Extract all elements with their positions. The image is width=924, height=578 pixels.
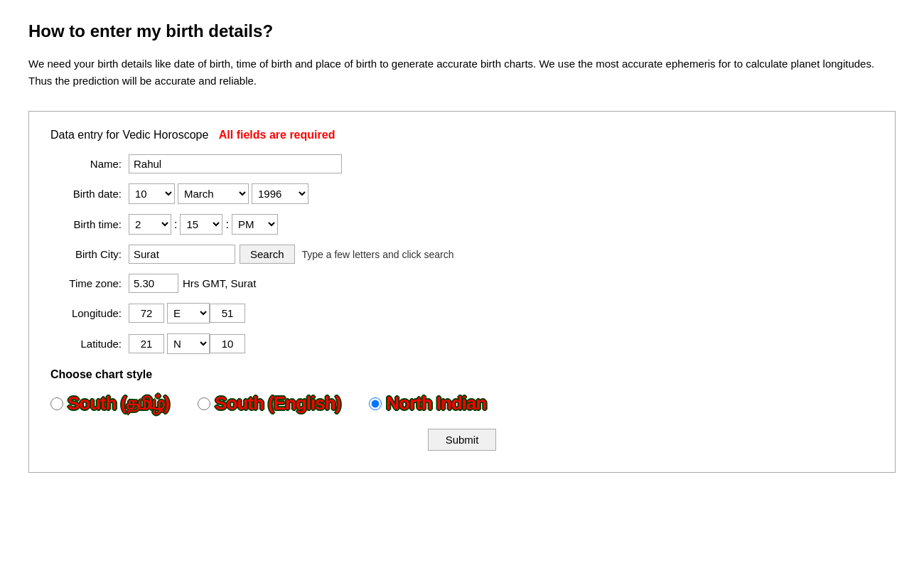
birth-min-select[interactable]: 00051015 20253035 40455055	[180, 214, 222, 235]
latitude-deg-input[interactable]	[129, 334, 164, 353]
chart-options: South (தமிழ்) South (English) North Indi…	[50, 392, 874, 414]
submit-row: Submit	[50, 429, 874, 451]
time-colon-1: :	[174, 218, 177, 231]
chart-option-south-english: South (English)	[198, 392, 340, 414]
birth-time-row: Birth time: 1234 56789 101112 : 00051015…	[50, 214, 874, 235]
chart-style-title: Choose chart style	[50, 368, 874, 381]
birth-city-input[interactable]	[129, 245, 235, 264]
latitude-label: Latitude:	[50, 338, 122, 350]
name-input[interactable]	[129, 154, 342, 173]
birth-year-select[interactable]: 1990199119921993 199419951996 1997199819…	[252, 183, 308, 204]
latitude-row: Latitude: NS	[50, 333, 874, 354]
longitude-dir-select[interactable]: EW	[167, 303, 210, 323]
birth-day-select[interactable]: 12345 678910 1112131415 1617181920 21222…	[129, 183, 175, 204]
timezone-suffix: Hrs GMT, Surat	[183, 277, 256, 289]
birth-date-row: Birth date: 12345 678910 1112131415 1617…	[50, 183, 874, 204]
timezone-input[interactable]	[129, 274, 178, 293]
name-row: Name:	[50, 154, 874, 173]
chart-option-north-indian: North Indian	[369, 392, 486, 414]
search-hint: Type a few letters and click search	[302, 249, 454, 260]
required-note: All fields are required	[219, 129, 335, 141]
chart-label-south-tamil: South (தமிழ்)	[68, 392, 169, 414]
birth-city-label: Birth City:	[50, 248, 122, 260]
search-button[interactable]: Search	[240, 245, 295, 264]
longitude-min-input[interactable]	[210, 304, 245, 323]
latitude-dir-select[interactable]: NS	[167, 333, 210, 354]
chart-style-section: Choose chart style South (தமிழ்) South (…	[50, 368, 874, 414]
form-title: Data entry for Vedic Horoscope	[50, 129, 208, 141]
submit-button[interactable]: Submit	[428, 429, 497, 451]
chart-radio-south-english[interactable]	[198, 397, 210, 410]
chart-radio-south-tamil[interactable]	[50, 397, 63, 410]
timezone-label: Time zone:	[50, 277, 122, 289]
birth-hour-select[interactable]: 1234 56789 101112	[129, 214, 171, 235]
birth-time-label: Birth time:	[50, 218, 122, 230]
page-title: How to enter my birth details?	[28, 21, 896, 41]
longitude-label: Longitude:	[50, 307, 122, 319]
birth-date-label: Birth date:	[50, 188, 122, 200]
intro-text: We need your birth details like date of …	[28, 55, 896, 90]
chart-option-south-tamil: South (தமிழ்)	[50, 392, 169, 414]
form-header: Data entry for Vedic Horoscope All field…	[50, 129, 874, 141]
latitude-min-input[interactable]	[210, 334, 245, 353]
time-colon-2: :	[225, 218, 228, 231]
chart-label-south-english: South (English)	[215, 392, 340, 414]
chart-label-north-indian: North Indian	[386, 392, 486, 414]
birth-city-row: Birth City: Search Type a few letters an…	[50, 245, 874, 264]
longitude-deg-input[interactable]	[129, 304, 164, 323]
birth-ampm-select[interactable]: AMPM	[232, 214, 278, 235]
timezone-row: Time zone: Hrs GMT, Surat	[50, 274, 874, 293]
chart-radio-north-indian[interactable]	[369, 397, 382, 410]
name-label: Name:	[50, 158, 122, 170]
longitude-row: Longitude: EW	[50, 303, 874, 323]
birth-month-select[interactable]: JanuaryFebruaryMarch AprilMayJuneJuly Au…	[178, 183, 249, 204]
form-container: Data entry for Vedic Horoscope All field…	[28, 111, 896, 473]
